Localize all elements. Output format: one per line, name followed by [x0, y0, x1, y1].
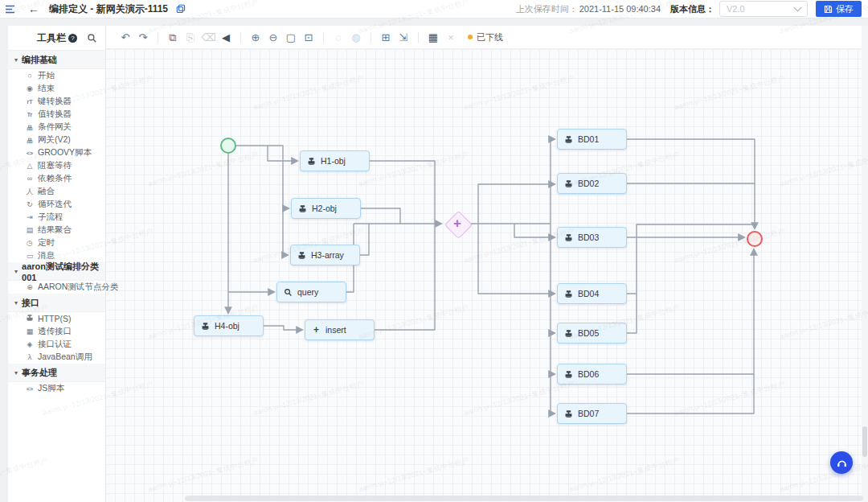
- marquee-select-icon[interactable]: ⊞: [379, 32, 393, 43]
- http-node-icon: [564, 179, 573, 188]
- task-node-h2-obj[interactable]: H2-obj: [291, 198, 361, 219]
- sidebar-item-http[interactable]: HTTP(S): [8, 312, 105, 325]
- task-node-bd07[interactable]: BD07: [557, 403, 627, 424]
- redo-icon[interactable]: ↷: [137, 32, 150, 43]
- start-node[interactable]: [220, 138, 236, 154]
- sidebar-item-merge[interactable]: 人 融合: [8, 185, 105, 198]
- search-icon[interactable]: [87, 33, 97, 43]
- actual-size-icon[interactable]: ⊡: [302, 32, 316, 43]
- sidebar-item-value-transformer[interactable]: Tr 值转换器: [8, 108, 105, 121]
- sidebar-item-aaron-node-category[interactable]: ⊕ AARON测试节点分类: [8, 281, 105, 294]
- edges-layer: [105, 49, 868, 502]
- end-node[interactable]: [747, 231, 763, 247]
- sidebar-item-blocking-wait[interactable]: △ 阻塞等待: [8, 159, 105, 172]
- task-node-query[interactable]: query: [276, 282, 346, 302]
- sidebar-item-groovy-script[interactable]: <> GROOVY脚本: [8, 146, 105, 159]
- sidebar-item-subprocess[interactable]: ⇥ 子流程: [8, 211, 105, 224]
- clear-icon[interactable]: ×: [444, 32, 458, 43]
- headset-icon: [836, 458, 848, 468]
- horizontal-scrollbar[interactable]: [185, 496, 863, 501]
- javabean-icon: λ: [24, 354, 35, 361]
- version-value: V2.0: [720, 4, 795, 14]
- save-button[interactable]: 保存: [816, 1, 862, 17]
- sidebar-item-timer[interactable]: ◷ 定时: [8, 237, 105, 249]
- sidebar-item-dependency[interactable]: ∞ 依赖条件: [8, 172, 105, 185]
- back-arrow-icon[interactable]: ←: [28, 3, 39, 14]
- help-badge[interactable]: ?: [68, 34, 77, 43]
- sidebar-section-aaron-category[interactable]: ▾ aaron测试编排分类001: [8, 262, 105, 281]
- pointer-icon[interactable]: ◀: [219, 32, 233, 43]
- paste-icon[interactable]: ⎘: [184, 32, 198, 43]
- start-icon: ○: [24, 72, 35, 80]
- node-palette-sidebar: 工具栏 ? ▾ 编排基础 ○ 开始 ◉ 结束 rT 键转换器 Tr 值转换器 品…: [8, 26, 106, 502]
- chevron-down-icon: [794, 4, 802, 12]
- help-float-button[interactable]: [830, 451, 853, 474]
- task-node-bd01[interactable]: BD01: [557, 129, 627, 150]
- vertical-scrollbar[interactable]: [862, 426, 867, 457]
- sidebar-item-passthrough[interactable]: ▦ 透传接口: [8, 325, 105, 338]
- task-node-bd05[interactable]: BD05: [557, 323, 627, 344]
- copy-title-icon[interactable]: [176, 4, 186, 14]
- task-node-bd04[interactable]: BD04: [557, 283, 627, 304]
- merge-icon: 人: [24, 188, 35, 195]
- auth-icon: ◈: [24, 341, 35, 348]
- sidebar-item-end[interactable]: ◉ 结束: [8, 82, 105, 95]
- zoom-out-icon[interactable]: ⊖: [267, 32, 280, 43]
- fit-screen-icon[interactable]: ▢: [285, 32, 298, 43]
- undo-icon[interactable]: ↶: [119, 32, 133, 43]
- status-dot: [468, 35, 473, 39]
- sidebar-item-js-script[interactable]: <> JS脚本: [8, 382, 105, 395]
- task-node-bd06[interactable]: BD06: [557, 364, 627, 385]
- node-label: H1-obj: [321, 156, 346, 166]
- task-node-h3-array[interactable]: H3-array: [290, 245, 360, 265]
- version-select[interactable]: V2.0: [719, 1, 808, 17]
- copy-icon[interactable]: ⧉: [166, 32, 180, 43]
- http-node-icon: [564, 409, 573, 418]
- version-label: 版本信息：: [670, 3, 714, 15]
- grid-icon[interactable]: ▦: [427, 32, 440, 43]
- palette-title: 工具栏: [37, 31, 66, 45]
- sidebar-item-loop[interactable]: ↻ 循环迭代: [8, 198, 105, 211]
- zoom-in-icon[interactable]: ⊕: [249, 32, 263, 43]
- value-transformer-icon: Tr: [24, 112, 35, 117]
- beautify-icon[interactable]: ◍: [350, 32, 363, 43]
- blocking-wait-icon: △: [24, 163, 35, 170]
- node-label: BD01: [578, 134, 599, 144]
- menu-icon[interactable]: [5, 5, 15, 14]
- page-title: 编排定义 - 新网关演示-1115: [49, 2, 168, 16]
- sidebar-item-condition-gateway[interactable]: 品 条件网关: [8, 121, 105, 134]
- sidebar-item-auth[interactable]: ◈ 接口认证: [8, 338, 105, 351]
- http-node-icon: [297, 251, 306, 260]
- sidebar-item-key-transformer[interactable]: rT 键转换器: [8, 95, 105, 108]
- gateway-plus-icon[interactable]: +: [448, 214, 467, 233]
- caret-down-icon: ▾: [14, 268, 18, 275]
- category-icon: ⊕: [24, 284, 35, 291]
- sidebar-item-javabean[interactable]: λ JavaBean调用: [8, 351, 105, 364]
- app-header: ← 编排定义 - 新网关演示-1115 上次保存时间： 2021-11-15 0…: [0, 0, 868, 19]
- sidebar-item-start[interactable]: ○ 开始: [8, 69, 105, 82]
- flow-canvas[interactable]: + H1-obj H2-obj H3-array query H4-obj + …: [105, 49, 868, 502]
- sidebar-section-interface[interactable]: ▾ 接口: [8, 294, 105, 312]
- node-label: BD06: [578, 369, 599, 379]
- task-node-h4-obj[interactable]: H4-obj: [194, 315, 264, 336]
- task-node-insert[interactable]: + insert: [305, 319, 375, 340]
- sidebar-section-orchestration-basics[interactable]: ▾ 编排基础: [8, 51, 105, 69]
- task-node-bd02[interactable]: BD02: [557, 173, 627, 194]
- caret-down-icon: ▾: [14, 369, 18, 376]
- section-label: 事务处理: [22, 367, 57, 379]
- sidebar-section-transaction[interactable]: ▾ 事务处理: [8, 364, 105, 382]
- node-label: BD03: [578, 232, 599, 242]
- task-node-bd03[interactable]: BD03: [557, 227, 627, 248]
- end-icon: ◉: [24, 85, 35, 93]
- sidebar-item-gateway-v2[interactable]: 品 网关(V2): [8, 134, 105, 146]
- export-image-icon[interactable]: ⇲: [397, 32, 411, 43]
- sidebar-item-aggregate[interactable]: ▤ 结果聚合: [8, 224, 105, 237]
- dependency-icon: ∞: [24, 175, 35, 183]
- delete-icon[interactable]: ⌫: [202, 32, 215, 43]
- node-label: BD07: [578, 409, 599, 418]
- http-node-icon: [298, 204, 307, 213]
- task-node-h1-obj[interactable]: H1-obj: [300, 150, 370, 171]
- http-icon: [24, 314, 35, 323]
- plus-node-icon: +: [312, 325, 321, 335]
- auto-layout-icon[interactable]: ◌: [332, 32, 346, 43]
